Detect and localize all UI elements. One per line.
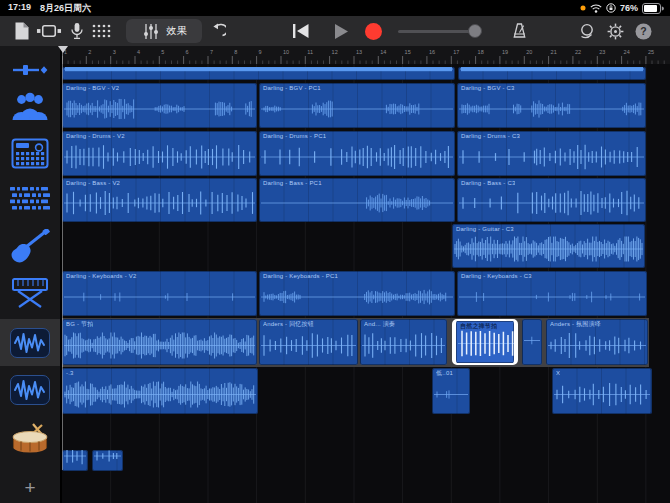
region-waveform [64, 450, 86, 469]
sidebar-track-7-audio-waveform-icon[interactable] [0, 319, 60, 366]
svg-text:16: 16 [429, 49, 435, 55]
region-label: Darling - Keyboards - V2 [66, 273, 137, 280]
region-label: Anders - 氛围演绎 [550, 321, 601, 328]
svg-text:10: 10 [283, 49, 289, 55]
sidebar-track-2-choir-icon[interactable] [0, 83, 60, 129]
undo-button[interactable] [204, 20, 230, 42]
svg-text:3: 3 [113, 49, 116, 55]
audio-region[interactable]: X [552, 368, 652, 414]
audio-region[interactable] [62, 450, 88, 471]
svg-text:18: 18 [478, 49, 484, 55]
sidebar-track-9-drums-icon[interactable] [0, 416, 60, 462]
audio-region[interactable]: And... 演奏 [360, 319, 447, 365]
svg-text:20: 20 [526, 49, 532, 55]
loop-browser-button[interactable] [574, 20, 600, 42]
region-waveform [64, 96, 255, 126]
region-waveform [458, 330, 518, 361]
fx-button[interactable]: 效果 [167, 24, 187, 38]
region-waveform [64, 381, 256, 412]
audio-region[interactable]: Darling - Bass - PC1 [259, 178, 455, 222]
audio-region[interactable] [522, 319, 542, 365]
region-label: 低..01 [436, 370, 453, 377]
sidebar-track-3-beat-sequencer-icon[interactable] [0, 130, 60, 176]
audio-region[interactable]: Darling - BGV - PC1 [259, 83, 455, 128]
region-label: Darling - Drums - C3 [461, 133, 520, 140]
region-waveform [554, 381, 650, 412]
svg-text:17: 17 [453, 49, 459, 55]
volume-slider-knob[interactable] [468, 24, 482, 38]
region-waveform [261, 284, 453, 314]
svg-text:11: 11 [307, 49, 313, 55]
region-waveform [64, 284, 255, 314]
audio-region[interactable]: Darling - Keyboards - C3 [457, 271, 647, 316]
region-waveform [454, 236, 643, 266]
record-button[interactable] [360, 20, 386, 42]
timeline-ruler[interactable]: 1234567891011121314151617181920212223242… [62, 46, 670, 65]
audio-region[interactable]: Anders - 氛围演绎 [546, 319, 648, 365]
audio-region[interactable]: Darling - BGV - V2 [62, 83, 257, 128]
region-waveform [261, 144, 453, 174]
playhead-handle[interactable] [58, 46, 68, 53]
garageband-tracks-view: 17:19 8月26日周六 76% 效果 ? [0, 0, 670, 503]
audio-region[interactable]: Darling - Drums - C3 [457, 131, 646, 176]
sidebar-track-4-levels-icon[interactable] [0, 177, 60, 223]
region-label: And... 演奏 [364, 321, 395, 328]
my-songs-button[interactable] [8, 20, 34, 42]
sidebar-track-1-fader-icon[interactable] [0, 56, 60, 84]
sidebar-track-5-guitar-icon[interactable] [0, 223, 60, 269]
svg-text:8: 8 [234, 49, 237, 55]
audio-region[interactable] [92, 450, 123, 471]
track-view-button[interactable] [36, 20, 62, 42]
battery-percent: 76% [620, 3, 638, 13]
audio-region[interactable]: Darling - Drums - PC1 [259, 131, 455, 176]
tracks-area[interactable]: Darling - BGV - V2Darling - BGV - PC1Dar… [62, 64, 670, 503]
wifi-icon [590, 4, 602, 13]
audio-region[interactable]: -.3 [62, 368, 258, 414]
record-enable-mic-icon[interactable] [64, 20, 90, 42]
svg-text:?: ? [640, 25, 646, 37]
audio-region[interactable]: 低..01 [432, 368, 470, 414]
audio-region[interactable]: Darling - Bass - C3 [457, 178, 646, 222]
region-waveform [362, 332, 445, 363]
svg-text:24: 24 [624, 49, 630, 55]
svg-text:21: 21 [551, 49, 557, 55]
audio-region[interactable]: Darling - Bass - V2 [62, 178, 257, 222]
svg-text:23: 23 [599, 49, 605, 55]
help-button[interactable]: ? [630, 20, 656, 42]
settings-button[interactable] [602, 20, 628, 42]
instrument-browser-button[interactable] [88, 20, 114, 42]
audio-region[interactable]: Darling - Keyboards - PC1 [259, 271, 455, 316]
region-waveform [459, 144, 644, 174]
svg-text:22: 22 [575, 49, 581, 55]
audio-region[interactable] [62, 67, 455, 80]
audio-region[interactable]: BG - 节拍 [62, 319, 257, 365]
audio-region[interactable]: Darling - BGV - C3 [457, 83, 646, 128]
svg-text:9: 9 [259, 49, 262, 55]
region-label: Darling - Keyboards - C3 [461, 273, 532, 280]
sidebar-track-8-audio-waveform-icon[interactable] [0, 367, 60, 413]
rewind-button[interactable] [288, 20, 314, 42]
svg-text:25: 25 [648, 49, 654, 55]
svg-text:13: 13 [356, 49, 362, 55]
audio-region[interactable]: Darling - Keyboards - V2 [62, 271, 257, 316]
region-waveform [64, 144, 255, 174]
region-label: Darling - Bass - PC1 [263, 180, 322, 187]
region-waveform [459, 284, 645, 314]
play-button[interactable] [328, 20, 354, 42]
region-label: Darling - Keyboards - PC1 [263, 273, 338, 280]
audio-region[interactable]: Anders - 回忆按钮 [259, 319, 358, 365]
svg-text:6: 6 [186, 49, 189, 55]
metronome-button[interactable] [506, 20, 532, 42]
track-controls-icon[interactable] [142, 20, 160, 42]
region-label: Darling - Drums - V2 [66, 133, 125, 140]
master-volume-slider[interactable] [398, 30, 482, 33]
add-track-button[interactable]: + [0, 477, 60, 499]
selected-region[interactable]: 自然之禅节拍 [452, 319, 518, 365]
audio-region[interactable]: Darling - Drums - V2 [62, 131, 257, 176]
audio-region[interactable]: Darling - Guitar - C3 [452, 224, 645, 268]
sidebar-track-6-keyboard-icon[interactable] [0, 270, 60, 316]
audio-region[interactable] [458, 67, 646, 80]
region-label: Darling - BGV - V2 [66, 85, 119, 92]
status-bar: 17:19 8月26日周六 76% [0, 0, 670, 16]
svg-text:4: 4 [137, 49, 140, 55]
